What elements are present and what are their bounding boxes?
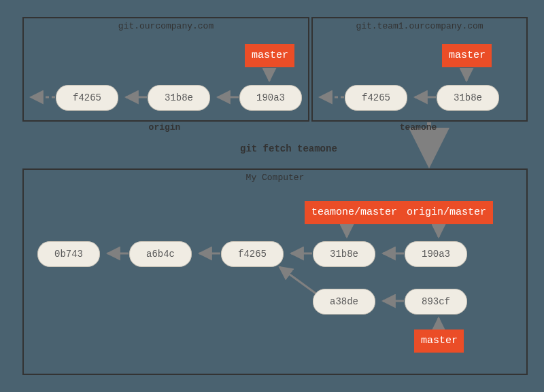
teamone-commit-0: f4265 — [345, 85, 407, 111]
origin-branch-master: master — [245, 44, 294, 67]
origin-title: git.ourcompany.com — [24, 21, 308, 31]
local-commit-top-4: 190a3 — [405, 241, 467, 267]
local-commit-top-2: f4265 — [221, 241, 284, 267]
local-branch-master: master — [414, 329, 464, 353]
local-branch-origin-master: origin/master — [400, 201, 493, 224]
local-commit-top-0: 0b743 — [37, 241, 100, 267]
local-commit-top-1: a6b4c — [129, 241, 192, 267]
fetch-command: git fetch teamone — [240, 143, 337, 154]
local-commit-bottom-1: 893cf — [405, 289, 467, 315]
local-title: My Computer — [24, 173, 526, 183]
teamone-label: teamone — [311, 122, 525, 132]
origin-commit-0: f4265 — [56, 85, 118, 111]
origin-commit-2: 190a3 — [239, 85, 302, 111]
teamone-commit-1: 31b8e — [437, 85, 499, 111]
local-commit-bottom-0: a38de — [313, 289, 375, 315]
teamone-title: git.team1.ourcompany.com — [313, 21, 526, 31]
local-branch-teamone-master: teamone/master — [305, 201, 404, 224]
teamone-branch-master: master — [442, 44, 492, 67]
local-commit-top-3: 31b8e — [313, 241, 375, 267]
origin-commit-1: 31b8e — [148, 85, 210, 111]
origin-label: origin — [22, 122, 307, 132]
